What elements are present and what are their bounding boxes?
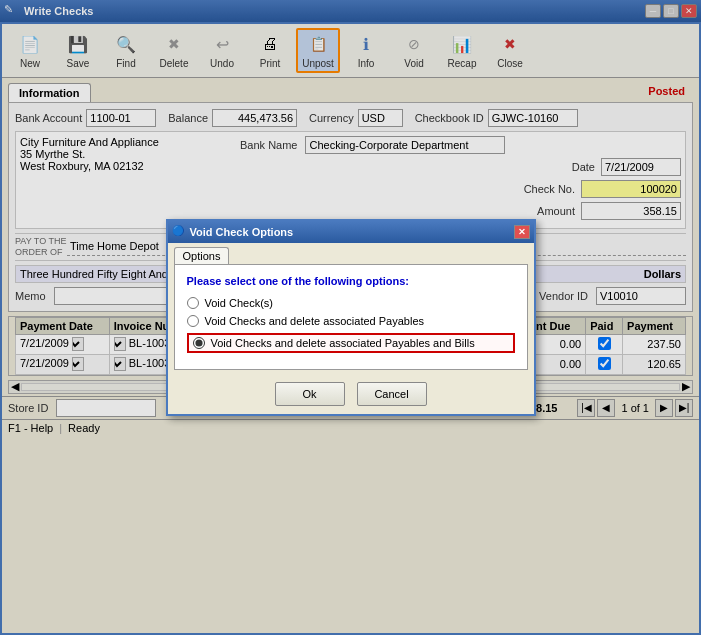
option3-row: Void Checks and delete associated Payabl… — [187, 333, 515, 353]
modal-close-button[interactable]: ✕ — [514, 225, 530, 239]
option2-label: Void Checks and delete associated Payabl… — [205, 315, 425, 327]
option1-radio[interactable] — [187, 297, 199, 309]
option1-label: Void Check(s) — [205, 297, 273, 309]
modal-icon: 🔵 — [172, 225, 186, 239]
modal-prompt: Please select one of the following optio… — [187, 275, 515, 287]
option2-radio[interactable] — [187, 315, 199, 327]
cancel-button[interactable]: Cancel — [357, 382, 427, 406]
void-check-options-dialog: 🔵 Void Check Options ✕ Options Please se… — [166, 219, 536, 416]
modal-buttons: Ok Cancel — [168, 376, 534, 414]
modal-overlay: 🔵 Void Check Options ✕ Options Please se… — [0, 0, 701, 635]
modal-tab-strip: Options — [168, 243, 534, 264]
options-tab[interactable]: Options — [174, 247, 230, 264]
modal-content: Please select one of the following optio… — [174, 264, 528, 370]
ok-button[interactable]: Ok — [275, 382, 345, 406]
option3-label: Void Checks and delete associated Payabl… — [211, 337, 475, 349]
option3-radio[interactable] — [193, 337, 205, 349]
option2-row: Void Checks and delete associated Payabl… — [187, 315, 515, 327]
modal-title-bar: 🔵 Void Check Options ✕ — [168, 221, 534, 243]
modal-title: Void Check Options — [190, 226, 514, 238]
option1-row: Void Check(s) — [187, 297, 515, 309]
